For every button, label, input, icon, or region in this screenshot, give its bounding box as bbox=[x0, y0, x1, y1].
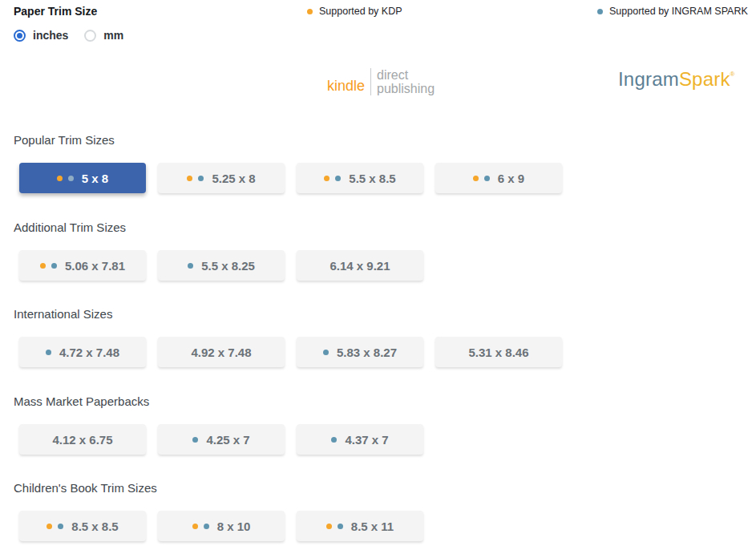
ingramspark-logo-mark: ® bbox=[730, 71, 735, 78]
radio-mm-icon[interactable] bbox=[84, 30, 96, 42]
trim-size-section: Children's Book Trim Sizes 8.5 x 8.5 8 x… bbox=[14, 481, 423, 541]
unit-option-mm[interactable]: mm bbox=[84, 29, 123, 42]
page-title: Paper Trim Size bbox=[14, 5, 97, 18]
support-dots bbox=[473, 176, 490, 181]
support-dots bbox=[326, 524, 343, 529]
trim-size-label: 5 x 8 bbox=[82, 172, 108, 185]
trim-size-label: 6.14 x 9.21 bbox=[329, 259, 390, 273]
trim-size-label: 5.31 x 8.46 bbox=[468, 346, 528, 359]
kdp-dot-icon bbox=[187, 176, 192, 181]
trim-size-button[interactable]: 6 x 9 bbox=[435, 163, 562, 193]
ingram-dot-icon bbox=[46, 350, 51, 355]
ingram-dot-icon bbox=[204, 524, 209, 529]
trim-size-label: 6 x 9 bbox=[498, 172, 524, 185]
trim-size-button[interactable]: 5.5 x 8.25 bbox=[158, 250, 285, 281]
ingram-dot-icon bbox=[188, 263, 193, 269]
kdp-logo-direct: direct bbox=[377, 68, 435, 82]
ingram-dot-icon bbox=[484, 176, 490, 181]
size-row: 8.5 x 8.5 8 x 10 8.5 x 11 bbox=[19, 511, 423, 541]
size-row: 4.12 x 6.75 4.25 x 7 4.37 x 7 bbox=[19, 424, 423, 455]
ingram-dot-icon bbox=[192, 437, 198, 443]
trim-size-button[interactable]: 5.5 x 8.5 bbox=[297, 163, 423, 193]
trim-size-label: 4.92 x 7.48 bbox=[191, 346, 251, 359]
trim-size-label: 5.5 x 8.5 bbox=[349, 172, 395, 185]
kdp-logo-publishing: publishing bbox=[377, 82, 435, 95]
kdp-dot-icon bbox=[473, 176, 479, 181]
section-title: Mass Market Paperbacks bbox=[14, 394, 423, 409]
ingram-dot-icon bbox=[323, 350, 329, 355]
trim-size-label: 4.12 x 6.75 bbox=[52, 433, 112, 447]
trim-size-label: 4.25 x 7 bbox=[206, 433, 249, 447]
support-dots bbox=[46, 524, 63, 529]
section-title: Children's Book Trim Sizes bbox=[14, 481, 423, 495]
ingram-dot-icon bbox=[597, 9, 603, 14]
trim-size-button[interactable]: 5.83 x 8.27 bbox=[297, 337, 423, 367]
kdp-dot-icon bbox=[324, 176, 329, 181]
trim-size-label: 5.83 x 8.27 bbox=[337, 346, 397, 359]
trim-size-label: 8.5 x 8.5 bbox=[71, 520, 118, 533]
legend-kdp-label: Supported by KDP bbox=[319, 6, 402, 17]
kdp-dot-icon bbox=[326, 524, 332, 529]
legend-ingram: Supported by INGRAM SPARK bbox=[597, 6, 748, 17]
legend-ingram-label: Supported by INGRAM SPARK bbox=[609, 6, 748, 17]
trim-size-section: Mass Market Paperbacks 4.12 x 6.75 4.25 … bbox=[14, 394, 423, 455]
ingram-dot-icon bbox=[51, 263, 57, 269]
support-dots bbox=[324, 176, 341, 181]
trim-size-button[interactable]: 6.14 x 9.21 bbox=[297, 250, 423, 281]
trim-size-button[interactable]: 5.31 x 8.46 bbox=[435, 337, 562, 367]
trim-size-button[interactable]: 8.5 x 11 bbox=[297, 511, 423, 541]
trim-size-button[interactable]: 4.12 x 6.75 bbox=[19, 424, 146, 455]
support-dots bbox=[46, 350, 51, 355]
ingram-dot-icon bbox=[198, 176, 204, 181]
kdp-dot-icon bbox=[40, 263, 46, 269]
trim-size-label: 5.25 x 8 bbox=[212, 172, 255, 185]
trim-size-button[interactable]: 4.25 x 7 bbox=[158, 424, 285, 455]
support-dots bbox=[192, 437, 198, 443]
trim-size-section: Additional Trim Sizes 5.06 x 7.81 5.5 x … bbox=[14, 220, 423, 281]
ingramspark-logo: IngramSpark® bbox=[618, 68, 735, 91]
support-dots bbox=[187, 176, 204, 181]
radio-inches-icon[interactable] bbox=[14, 30, 26, 42]
ingramspark-logo-spark: Spark bbox=[679, 68, 730, 90]
ingram-dot-icon bbox=[58, 524, 63, 529]
trim-size-section: International Sizes 4.72 x 7.48 4.92 x 7… bbox=[14, 307, 562, 367]
unit-label-mm: mm bbox=[103, 29, 123, 42]
size-row: 5 x 8 5.25 x 8 5.5 x 8.5 6 x 9 bbox=[19, 163, 562, 193]
unit-option-inches[interactable]: inches bbox=[14, 29, 68, 42]
support-dots bbox=[188, 263, 193, 269]
ingram-dot-icon bbox=[68, 176, 74, 181]
trim-size-button[interactable]: 5.06 x 7.81 bbox=[19, 250, 146, 281]
support-dots bbox=[331, 437, 337, 443]
section-title: Popular Trim Sizes bbox=[14, 133, 562, 148]
trim-size-section: Popular Trim Sizes 5 x 8 5.25 x 8 5.5 x … bbox=[14, 133, 562, 193]
trim-size-label: 8.5 x 11 bbox=[351, 520, 394, 533]
support-dots bbox=[192, 524, 209, 529]
unit-label-inches: inches bbox=[33, 29, 68, 42]
trim-size-button[interactable]: 4.92 x 7.48 bbox=[158, 337, 285, 367]
section-title: International Sizes bbox=[14, 307, 562, 322]
kdp-logo-divider bbox=[370, 68, 371, 95]
trim-size-button[interactable]: 8.5 x 8.5 bbox=[19, 511, 146, 541]
ingramspark-logo-ingram: Ingram bbox=[618, 68, 679, 90]
kdp-dot-icon bbox=[57, 176, 63, 181]
ingram-dot-icon bbox=[335, 176, 341, 181]
support-dots bbox=[57, 176, 74, 181]
support-dots bbox=[40, 263, 57, 269]
legend-kdp: Supported by KDP bbox=[307, 6, 402, 17]
trim-size-label: 4.72 x 7.48 bbox=[59, 346, 119, 359]
size-row: 5.06 x 7.81 5.5 x 8.25 6.14 x 9.21 bbox=[19, 250, 423, 281]
trim-size-label: 4.37 x 7 bbox=[345, 433, 388, 447]
trim-size-button[interactable]: 5 x 8 bbox=[19, 163, 146, 193]
trim-size-label: 8 x 10 bbox=[217, 520, 251, 533]
unit-toggle: inches mm bbox=[14, 29, 123, 42]
trim-size-label: 5.06 x 7.81 bbox=[65, 259, 125, 273]
kdp-logo: kindle direct publishing bbox=[327, 68, 435, 95]
trim-size-button[interactable]: 4.37 x 7 bbox=[297, 424, 423, 455]
trim-size-button[interactable]: 8 x 10 bbox=[158, 511, 285, 541]
paper-trim-size-panel: Paper Trim Size inches mm Supported by K… bbox=[0, 0, 756, 550]
ingram-dot-icon bbox=[331, 437, 337, 443]
kdp-dot-icon bbox=[307, 9, 313, 14]
trim-size-button[interactable]: 4.72 x 7.48 bbox=[19, 337, 146, 367]
size-row: 4.72 x 7.48 4.92 x 7.48 5.83 x 8.27 5.31… bbox=[19, 337, 562, 367]
trim-size-button[interactable]: 5.25 x 8 bbox=[158, 163, 285, 193]
